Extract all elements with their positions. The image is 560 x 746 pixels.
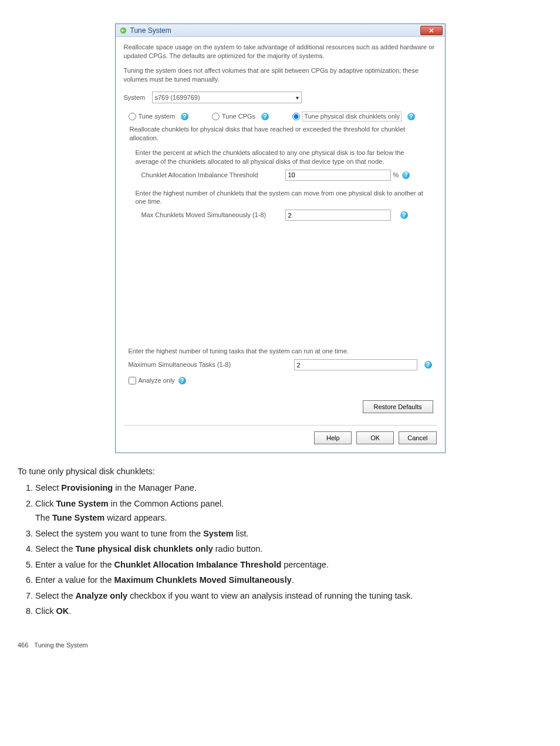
titlebar: Tune System [116, 24, 445, 37]
help-icon[interactable]: ? [178, 377, 186, 384]
chevron-down-icon: ▾ [296, 94, 299, 102]
step-1: Select Provisioning in the Manager Pane. [35, 481, 542, 494]
radio-tune-pd-label: Tune physical disk chunklets only [302, 112, 402, 121]
help-icon[interactable]: ? [261, 113, 269, 120]
step-5: Enter a value for the Chunklet Allocatio… [35, 558, 542, 571]
tune-system-dialog: Tune System Reallocate space usage on th… [115, 23, 446, 453]
step-2: Click Tune System in the Common Actions … [35, 497, 542, 525]
ok-button[interactable]: OK [356, 431, 394, 444]
close-icon [429, 28, 434, 33]
radio-tune-system-label: Tune system [139, 112, 176, 121]
page-footer: 466 Tuning the System [18, 642, 542, 649]
help-icon[interactable]: ? [400, 211, 408, 219]
cancel-button[interactable]: Cancel [399, 431, 436, 444]
step-4: Select the Tune physical disk chunklets … [35, 542, 542, 555]
system-dropdown-value: s769 (1699769) [155, 93, 200, 102]
analyze-label: Analyze only [139, 376, 175, 385]
threshold-label: Chunklet Allocation Imbalance Threshold [136, 171, 285, 180]
radio-desc: Reallocate chunklets for physical disks … [130, 125, 431, 143]
help-button[interactable]: Help [314, 431, 352, 444]
step-8: Click OK. [35, 605, 542, 617]
step-3: Select the system you want to tune from … [35, 527, 542, 540]
instruction-text: To tune only physical disk chunklets: Se… [18, 465, 542, 618]
help-icon[interactable]: ? [181, 113, 188, 120]
maxtasks-label: Maximum Simultaneous Tasks (1-8) [124, 360, 294, 369]
radio-tune-system[interactable]: Tune system [129, 112, 176, 121]
intro-text-1: Reallocate space usage on the system to … [124, 43, 437, 60]
dialog-title: Tune System [130, 26, 171, 35]
step-7: Select the Analyze only checkbox if you … [35, 589, 542, 602]
system-row: System s769 (1699769) ▾ [124, 92, 437, 103]
system-label: System [124, 93, 152, 102]
system-dropdown[interactable]: s769 (1699769) ▾ [152, 92, 302, 103]
step-6: Enter a value for the Maximum Chunklets … [35, 573, 542, 586]
threshold-input[interactable] [285, 170, 391, 181]
maxtasks-input[interactable] [294, 359, 417, 370]
tune-icon [119, 26, 127, 35]
maxmove-intro: Enter the highest number of chunklets th… [136, 189, 425, 207]
instructions-lead: To tune only physical disk chunklets: [18, 465, 542, 478]
pct-label: % [393, 171, 399, 180]
section-title: Tuning the System [34, 642, 87, 649]
maxmove-label: Max Chunklets Moved Simultaneously (1-8) [136, 211, 285, 220]
analyze-checkbox[interactable]: Analyze only ? [129, 376, 437, 385]
help-icon[interactable]: ? [402, 171, 410, 179]
maxtasks-intro: Enter the highest number of tuning tasks… [129, 347, 437, 356]
radio-tune-cpgs-label: Tune CPGs [222, 112, 255, 121]
radio-tune-pd[interactable]: Tune physical disk chunklets only [292, 112, 402, 121]
restore-defaults-button[interactable]: Restore Defaults [363, 400, 433, 413]
close-button[interactable] [420, 26, 443, 35]
intro-text-2: Tuning the system does not affect volume… [124, 66, 437, 84]
page-number: 466 [18, 642, 28, 649]
radio-tune-cpgs[interactable]: Tune CPGs [212, 112, 255, 121]
maxmove-input[interactable] [285, 210, 391, 221]
help-icon[interactable]: ? [407, 113, 415, 120]
threshold-intro: Enter the percent at which the chunklets… [136, 148, 425, 166]
help-icon[interactable]: ? [424, 361, 432, 369]
